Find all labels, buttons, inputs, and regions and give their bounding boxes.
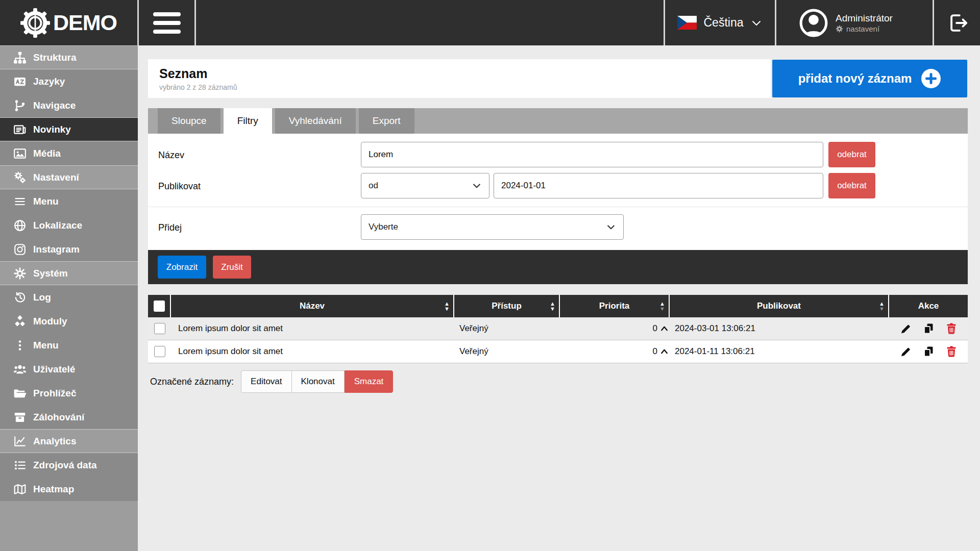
caret-up-icon[interactable] [660, 347, 669, 356]
edit-pencil-icon[interactable] [900, 323, 912, 335]
chevron-down-icon [472, 181, 482, 191]
sidebar-item-log[interactable]: Log [0, 285, 138, 309]
sidebar-item-heatmap[interactable]: Heatmap [0, 477, 138, 501]
sidebar-item-struktura[interactable]: Struktura [0, 45, 138, 69]
admin-app: DEMO Čeština [0, 0, 980, 551]
sidebar-toggle-button[interactable] [139, 0, 194, 45]
gear-icon [13, 267, 27, 280]
chart-line-icon [13, 435, 27, 448]
filter-name-input[interactable] [361, 142, 823, 167]
publish-operator-select[interactable]: od [361, 173, 489, 198]
selection-bar: Označené záznamy: Editovat Klonovat Smaz… [148, 370, 393, 393]
row-checkbox[interactable] [154, 323, 165, 334]
sidebar-item-jazyky[interactable]: Jazyky [0, 69, 138, 93]
sidebar-item-prohlizec[interactable]: Prohlížeč [0, 381, 138, 405]
publish-date-input[interactable] [494, 173, 823, 198]
sort-icon: ▲▼ [879, 301, 885, 311]
sidebar-item-analytics[interactable]: Analytics [0, 429, 138, 453]
user-settings-link[interactable]: nastavení [836, 24, 893, 33]
cell-access: Veřejný [454, 317, 560, 340]
logout-icon [945, 11, 969, 35]
selection-bar-label: Označené záznamy: [148, 377, 234, 387]
row-checkbox[interactable] [154, 346, 165, 357]
sidebar-item-lokalizace[interactable]: Lokalizace [0, 213, 138, 237]
sort-icon: ▲▼ [444, 301, 450, 311]
filter-publish-label: Publikovat [158, 181, 201, 192]
chevron-down-icon [606, 222, 616, 232]
filter-action-bar: Zobrazit Zrušit [148, 250, 968, 284]
column-header-pristup[interactable]: Přístup ▲▼ [454, 295, 560, 317]
add-record-label: přidat nový záznam [798, 71, 912, 86]
filter-name-label: Název [158, 150, 184, 161]
plus-circle-icon [921, 68, 941, 89]
filter-divider [148, 207, 968, 207]
cell-name: Lorem ipsum dolor sit amet [171, 317, 454, 340]
user-settings-label: nastavení [846, 24, 879, 33]
edit-pencil-icon[interactable] [900, 346, 912, 358]
cell-priority: 0 [653, 323, 657, 334]
table-row: Lorem ipsum dolor sit amet Veřejný 0 202… [148, 317, 968, 340]
add-record-button[interactable]: přidat nový záznam [772, 60, 967, 97]
filter-name-remove-button[interactable]: odebrat [828, 142, 875, 167]
user-menu[interactable]: Administrátor nastavení [776, 0, 933, 45]
sidebar-item-navigace[interactable]: Navigace [0, 93, 138, 117]
filter-publish-remove-button[interactable]: odebrat [828, 173, 875, 198]
cell-name: Lorem ipsum dolor sit amet [171, 340, 454, 363]
duplicate-icon[interactable] [922, 345, 935, 358]
language-label: Čeština [704, 16, 744, 30]
sidebar-item-nastaveni[interactable]: Nastavení [0, 165, 138, 189]
menu-bars-icon [13, 195, 27, 208]
delete-selected-button[interactable]: Smazat [345, 370, 394, 393]
cell-priority: 0 [653, 346, 657, 357]
selection-count: vybráno 2 z 28 záznamů [159, 83, 771, 91]
sidebar-item-uzivatele[interactable]: Uživatelé [0, 357, 138, 381]
delete-trash-icon[interactable] [945, 345, 958, 358]
column-header-publikovat[interactable]: Publikovat ▲▼ [670, 295, 889, 317]
tab-vyhledavani[interactable]: Vyhledávání [275, 108, 356, 134]
sidebar-item-zalohovani[interactable]: Zálohování [0, 405, 138, 429]
history-icon [13, 291, 27, 304]
sort-icon: ▲▼ [659, 301, 665, 311]
add-filter-select[interactable]: Vyberte [361, 214, 624, 240]
clone-selected-button[interactable]: Klonovat [292, 370, 345, 393]
logout-button[interactable] [934, 0, 980, 45]
show-button[interactable]: Zobrazit [158, 256, 206, 279]
sidebar-item-menu-2[interactable]: Menu [0, 333, 138, 357]
image-icon [13, 147, 27, 160]
logo[interactable]: DEMO [0, 0, 137, 45]
gear-logo-icon [20, 8, 50, 38]
sitemap-icon [13, 51, 27, 64]
sidebar-item-system[interactable]: Systém [0, 261, 138, 285]
caret-up-icon[interactable] [660, 324, 669, 333]
cancel-button[interactable]: Zrušit [213, 256, 251, 279]
column-header-nazev[interactable]: Název ▲▼ [171, 295, 454, 317]
logo-text: DEMO [53, 10, 117, 35]
instagram-icon [13, 243, 27, 256]
delete-trash-icon[interactable] [945, 322, 958, 335]
sidebar-item-novinky[interactable]: Novinky [0, 117, 138, 141]
sidebar-item-zdrojova-data[interactable]: Zdrojová data [0, 453, 138, 477]
sidebar-item-media[interactable]: Média [0, 141, 138, 165]
column-header-priorita[interactable]: Priorita ▲▼ [560, 295, 670, 317]
sidebar-item-instagram[interactable]: Instagram [0, 237, 138, 261]
cell-access: Veřejný [454, 340, 560, 363]
tab-filtry[interactable]: Filtry [224, 108, 272, 134]
topbar-divider [194, 0, 196, 45]
sidebar-item-moduly[interactable]: Moduly [0, 309, 138, 333]
column-header-akce: Akce [889, 295, 968, 317]
edit-selected-button[interactable]: Editovat [241, 370, 291, 393]
user-avatar-icon [799, 8, 828, 38]
language-selector[interactable]: Čeština [665, 0, 775, 45]
sidebar: Struktura Jazyky [0, 45, 138, 551]
cubes-icon [13, 315, 27, 328]
sidebar-item-menu[interactable]: Menu [0, 189, 138, 213]
table-header-row: Název ▲▼ Přístup ▲▼ Priorita ▲▼ Publikov… [148, 295, 968, 317]
duplicate-icon[interactable] [922, 322, 935, 335]
topbar: DEMO Čeština [0, 0, 980, 45]
ellipsis-v-icon [13, 339, 27, 352]
tab-export[interactable]: Export [359, 108, 414, 134]
users-icon [13, 363, 27, 376]
select-all-checkbox[interactable] [154, 300, 165, 312]
user-name: Administrátor [836, 12, 893, 24]
tab-sloupce[interactable]: Sloupce [158, 108, 220, 134]
